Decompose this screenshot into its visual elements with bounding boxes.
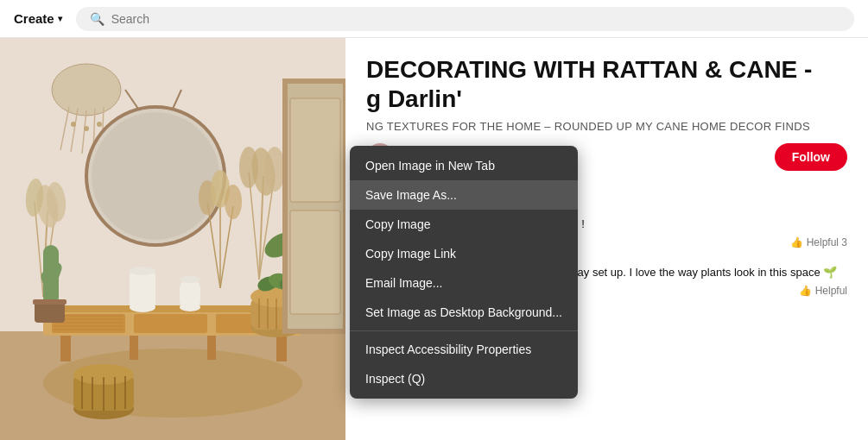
- helpful-badge: 👍 Helpful: [799, 285, 847, 297]
- svg-point-3: [52, 64, 121, 116]
- svg-point-11: [97, 122, 102, 127]
- context-menu-copy-image[interactable]: Copy Image: [350, 210, 578, 239]
- svg-rect-80: [290, 211, 340, 314]
- thumbs-icon: 👍: [799, 285, 812, 297]
- chevron-down-icon: ▾: [58, 14, 62, 23]
- svg-point-13: [92, 112, 219, 240]
- svg-point-27: [264, 147, 285, 192]
- svg-rect-44: [60, 336, 71, 361]
- context-menu-separator: [350, 330, 578, 331]
- pin-subtitle: NG TEXTURES FOR THE HOME – ROUNDED UP MY…: [366, 120, 847, 133]
- room-scene: [0, 38, 345, 440]
- search-input[interactable]: [111, 12, 840, 26]
- svg-point-26: [239, 147, 258, 188]
- svg-rect-47: [207, 336, 216, 360]
- helpful-badge: 👍 Helpful 3: [790, 236, 847, 248]
- context-menu-save-image-as[interactable]: Save Image As...: [350, 180, 578, 210]
- svg-rect-58: [33, 299, 67, 305]
- svg-rect-37: [134, 314, 207, 333]
- search-icon: 🔍: [90, 12, 105, 26]
- create-label: Create: [14, 11, 54, 26]
- thumbs-icon: 👍: [790, 236, 803, 248]
- svg-point-33: [225, 185, 242, 219]
- context-menu-email-image[interactable]: Email Image...: [350, 268, 578, 298]
- context-menu-inspect-accessibility[interactable]: Inspect Accessibility Properties: [350, 335, 578, 364]
- top-nav: Create ▾ 🔍: [0, 0, 868, 38]
- svg-point-53: [180, 276, 200, 283]
- create-button[interactable]: Create ▾: [14, 11, 62, 26]
- context-menu-open-new-tab[interactable]: Open Image in New Tab: [350, 151, 578, 180]
- search-bar: 🔍: [76, 7, 854, 31]
- context-menu: Open Image in New Tab Save Image As... C…: [350, 146, 578, 399]
- follow-button[interactable]: Follow: [775, 143, 847, 171]
- pin-image: [0, 38, 345, 440]
- pin-title: DECORATING WITH RATTAN & CANE - g Darlin…: [366, 55, 847, 113]
- svg-rect-46: [130, 336, 138, 360]
- svg-rect-79: [290, 98, 340, 202]
- svg-point-9: [71, 122, 76, 127]
- svg-rect-45: [276, 336, 287, 361]
- svg-point-50: [130, 267, 155, 275]
- svg-rect-49: [130, 271, 155, 309]
- context-menu-inspect[interactable]: Inspect (Q): [350, 364, 578, 393]
- svg-point-10: [84, 126, 89, 131]
- context-menu-copy-image-link[interactable]: Copy Image Link: [350, 239, 578, 268]
- svg-rect-52: [180, 280, 200, 309]
- context-menu-set-desktop-bg[interactable]: Set Image as Desktop Background...: [350, 298, 578, 327]
- main-content: DECORATING WITH RATTAN & CANE - g Darlin…: [0, 38, 868, 440]
